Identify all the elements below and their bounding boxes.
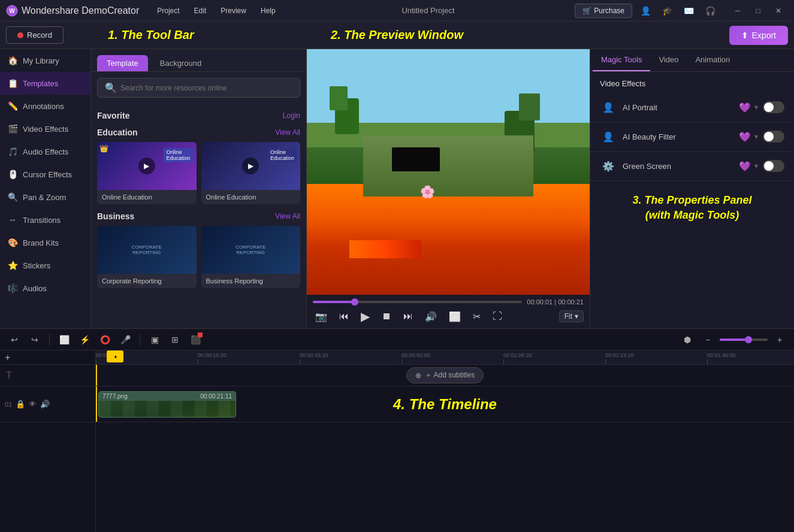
fullscreen-button[interactable]: ⛶ bbox=[490, 310, 505, 323]
record-label: Record bbox=[27, 31, 52, 40]
stop-button[interactable]: ⏹ bbox=[379, 310, 394, 323]
sidebar-item-cursor-effects[interactable]: 🖱️ Cursor Effects bbox=[0, 163, 90, 186]
favorite-login[interactable]: Login bbox=[283, 111, 300, 120]
fit-timeline-button[interactable]: ⬢ bbox=[679, 331, 696, 348]
sidebar-item-label: Templates bbox=[23, 79, 58, 88]
sidebar-item-transitions[interactable]: ↔️ Transitions bbox=[0, 208, 90, 231]
template-bg-text: CORPORATEREPORTING bbox=[129, 242, 164, 258]
playhead-marker[interactable]: ⬧ bbox=[107, 350, 123, 362]
undo-button[interactable]: ↩ bbox=[6, 331, 23, 348]
ai-portrait-toggle[interactable] bbox=[763, 101, 784, 113]
ai-portrait-item: 👤 AI Portrait 💜 ▾ bbox=[590, 93, 794, 122]
green-screen-item: ⚙️ Green Screen 💜 ▾ bbox=[590, 152, 794, 181]
maximize-button[interactable]: □ bbox=[748, 2, 768, 19]
ruler-mark: 00:00:50:00 bbox=[401, 350, 430, 364]
purchase-button[interactable]: 🛒 Purchase bbox=[575, 4, 632, 18]
cave bbox=[392, 147, 440, 171]
track-number: 01 bbox=[5, 401, 12, 408]
tab-background[interactable]: Background bbox=[150, 55, 211, 71]
education-title: Education bbox=[97, 128, 138, 137]
tab-animation[interactable]: Animation bbox=[687, 49, 738, 71]
record-audio-button[interactable]: 🎤 bbox=[117, 331, 134, 348]
lock-icon[interactable]: 🔒 bbox=[16, 400, 25, 409]
template-bg: CORPORATEREPORTING bbox=[201, 226, 301, 274]
sidebar-item-label: Transitions bbox=[23, 216, 61, 225]
ai-beauty-icon: 👤 bbox=[600, 128, 617, 145]
speed-button[interactable]: ▣ bbox=[146, 331, 163, 348]
tab-video[interactable]: Video bbox=[650, 49, 687, 71]
progress-thumb bbox=[351, 298, 358, 306]
education-view-all[interactable]: View All bbox=[275, 128, 300, 137]
business-view-all[interactable]: View All bbox=[275, 212, 300, 220]
annotations-icon: ✏️ bbox=[7, 101, 18, 111]
effects-badge bbox=[198, 332, 203, 337]
screenshot-button[interactable]: 📷 bbox=[313, 310, 330, 324]
menu-preview[interactable]: Preview bbox=[215, 4, 252, 17]
prev-frame-button[interactable]: ⏮ bbox=[337, 310, 351, 323]
sidebar-item-audios[interactable]: 🎼 Audios bbox=[0, 277, 90, 300]
effects-button[interactable]: ⬛ bbox=[187, 331, 204, 348]
sidebar-item-stickers[interactable]: ⭐ Stickers bbox=[0, 254, 90, 277]
play-button[interactable]: ▶ bbox=[358, 308, 372, 325]
crop-tool-button[interactable]: ⬜ bbox=[56, 331, 73, 348]
export-button[interactable]: ⬆ Export bbox=[729, 26, 788, 45]
template-card[interactable]: ▶ CORPORATEREPORTING Business Reporting bbox=[201, 226, 301, 288]
tab-magic-tools[interactable]: Magic Tools bbox=[593, 49, 650, 71]
template-card[interactable]: ▶ OnlineEducation Online Education bbox=[201, 142, 301, 204]
clip-name: 7777.png bbox=[102, 393, 128, 400]
account-icon[interactable]: 👤 bbox=[637, 2, 654, 19]
menu-project[interactable]: Project bbox=[151, 4, 185, 17]
education-icon[interactable]: 🎓 bbox=[659, 2, 675, 19]
ruler-mark: 00:01:40:00 bbox=[707, 350, 736, 364]
sidebar-item-pan-zoom[interactable]: 🔍 Pan & Zoom bbox=[0, 186, 90, 208]
crop-button[interactable]: ✂ bbox=[470, 310, 483, 324]
add-track-button[interactable]: + bbox=[5, 352, 10, 363]
menu-edit[interactable]: Edit bbox=[188, 4, 213, 17]
mask-button[interactable]: ⭕ bbox=[96, 331, 113, 348]
add-subtitle-button[interactable]: ⊕ ＋ Add subtitles bbox=[406, 367, 484, 383]
eye-icon[interactable]: 👁 bbox=[29, 400, 37, 409]
clip-header: 7777.png 00:00:21:11 bbox=[99, 392, 236, 401]
sidebar-item-brand-kits[interactable]: 🎨 Brand Kits bbox=[0, 231, 90, 254]
sidebar-item-annotations[interactable]: ✏️ Annotations bbox=[0, 95, 90, 117]
playhead-line bbox=[96, 386, 97, 422]
record-button[interactable]: Record bbox=[6, 26, 64, 44]
template-card[interactable]: 👑 ▶ OnlineEducation Online Education bbox=[97, 142, 197, 204]
video-clip[interactable]: 7777.png 00:00:21:11 bbox=[98, 391, 236, 418]
group-button[interactable]: ⊞ bbox=[167, 331, 183, 348]
fit-width-button[interactable]: ⬜ bbox=[446, 310, 463, 324]
tab-template[interactable]: Template bbox=[97, 55, 148, 71]
minimize-button[interactable]: ─ bbox=[728, 2, 747, 19]
zoom-out-button[interactable]: − bbox=[699, 331, 716, 348]
volume-icon[interactable]: 🔊 bbox=[40, 400, 50, 409]
record-dot bbox=[17, 32, 23, 38]
ai-beauty-toggle[interactable] bbox=[763, 131, 784, 143]
mail-icon[interactable]: ✉️ bbox=[680, 2, 697, 19]
zoom-in-button[interactable]: + bbox=[771, 331, 788, 348]
tree-top-2 bbox=[519, 93, 540, 120]
split-button[interactable]: ⚡ bbox=[76, 331, 93, 348]
zoom-slider[interactable] bbox=[720, 338, 768, 341]
next-frame-button[interactable]: ⏭ bbox=[401, 310, 415, 323]
fit-dropdown[interactable]: Fit ▾ bbox=[559, 310, 584, 322]
menu-bar: Project Edit Preview Help bbox=[151, 4, 281, 17]
redo-button[interactable]: ↪ bbox=[26, 331, 43, 348]
ruler-tick bbox=[198, 359, 198, 364]
close-button[interactable]: ✕ bbox=[769, 2, 788, 19]
ruler-tick bbox=[401, 359, 402, 364]
volume-button[interactable]: 🔊 bbox=[422, 310, 439, 324]
sidebar-item-my-library[interactable]: 🏠 My Library bbox=[0, 49, 90, 72]
template-card[interactable]: 👑 ▶ CORPORATEREPORTING Corporate Reporti… bbox=[97, 226, 197, 288]
sidebar-item-video-effects[interactable]: 🎬 Video Effects bbox=[0, 117, 90, 140]
sidebar-item-audio-effects[interactable]: 🎵 Audio Effects bbox=[0, 140, 90, 163]
progress-bar[interactable] bbox=[313, 301, 522, 303]
education-section-header: Education View All bbox=[97, 128, 300, 137]
pan-zoom-icon: 🔍 bbox=[7, 192, 18, 202]
search-input[interactable] bbox=[120, 84, 292, 92]
sidebar-item-templates[interactable]: 📋 Templates bbox=[0, 72, 90, 95]
headset-icon[interactable]: 🎧 bbox=[702, 2, 718, 19]
green-screen-toggle[interactable] bbox=[763, 160, 784, 172]
purchase-icon: 🛒 bbox=[582, 7, 591, 15]
menu-help[interactable]: Help bbox=[255, 4, 282, 17]
zoom-controls: ⬢ − + bbox=[679, 331, 788, 348]
